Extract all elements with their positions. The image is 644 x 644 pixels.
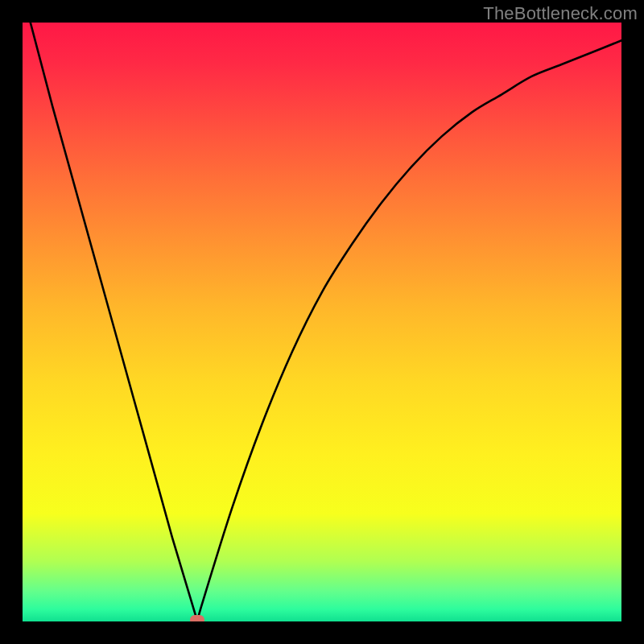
plot-area: [23, 23, 621, 621]
curve-layer: [23, 23, 621, 621]
watermark-label: TheBottleneck.com: [483, 3, 638, 24]
bottleneck-curve: [23, 23, 621, 621]
chart-frame: TheBottleneck.com: [0, 0, 644, 644]
optimal-point-marker: [190, 615, 204, 621]
